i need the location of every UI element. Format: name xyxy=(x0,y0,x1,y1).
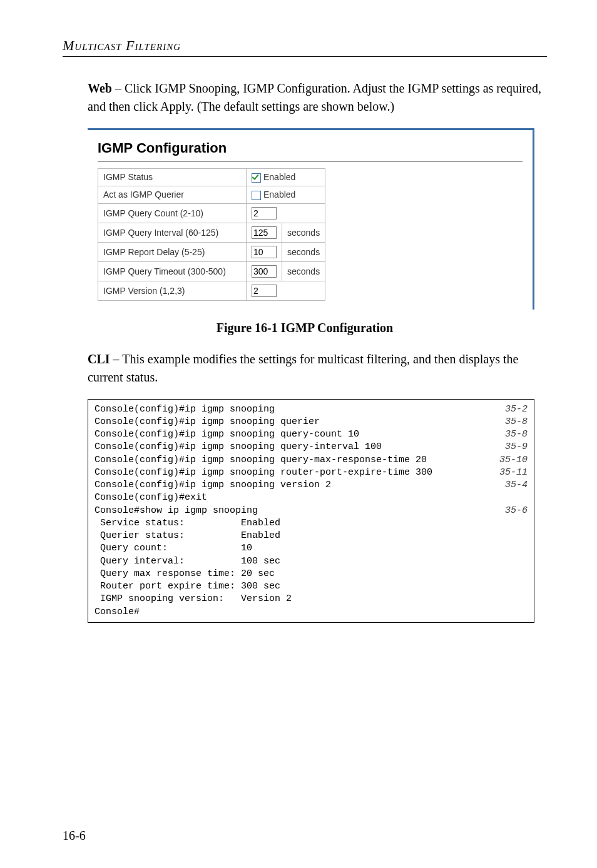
cli-intro-rest: – This example modifies the settings for… xyxy=(88,352,518,384)
intro-lead: Web xyxy=(88,81,112,95)
cli-command: IGMP snooping version: Version 2 xyxy=(94,593,292,605)
cell-query-timeout-value xyxy=(247,261,282,281)
cli-command: Console(config)#exit xyxy=(94,492,207,504)
cli-command: Console(config)#ip igmp snooping router-… xyxy=(94,467,432,479)
query-count-input[interactable] xyxy=(252,207,277,220)
cli-line: Querier status: Enabled xyxy=(94,530,528,542)
row-query-interval: IGMP Query Interval (60-125) seconds xyxy=(98,223,325,242)
cli-page-ref: 35-8 xyxy=(498,416,528,428)
act-querier-enabled-label: Enabled xyxy=(263,189,295,199)
label-act-querier: Act as IGMP Querier xyxy=(98,186,247,203)
cli-line: Console(config)#ip igmp snooping query-c… xyxy=(94,428,528,441)
cell-query-interval-value xyxy=(247,223,282,242)
cell-report-delay-unit: seconds xyxy=(282,242,325,261)
cli-line: Console(config)#ip igmp snooping35-2 xyxy=(94,403,528,416)
cli-command: Console(config)#ip igmp snooping query-m… xyxy=(94,454,427,467)
cli-intro-paragraph: CLI – This example modifies the settings… xyxy=(88,350,547,386)
page-number: 16-6 xyxy=(63,829,86,843)
cli-line: Console(config)#ip igmp snooping query-i… xyxy=(94,441,528,453)
cli-line: Console#show ip igmp snooping35-6 xyxy=(94,505,528,517)
version-input[interactable] xyxy=(252,285,277,297)
cli-command: Console(config)#ip igmp snooping query-i… xyxy=(94,441,382,453)
cli-command: Console# xyxy=(94,606,140,618)
label-version: IGMP Version (1,2,3) xyxy=(98,281,247,300)
cell-igmp-status-value: Enabled xyxy=(247,169,325,186)
igmp-config-table: IGMP Status Enabled Act as IGMP Querier … xyxy=(98,168,325,301)
cli-line: Console# xyxy=(94,606,528,618)
cli-command: Router port expire time: 300 sec xyxy=(94,580,280,593)
cli-command: Console(config)#ip igmp snooping xyxy=(94,403,275,416)
cli-line: Console(config)#exit xyxy=(94,492,528,504)
label-query-timeout: IGMP Query Timeout (300-500) xyxy=(98,261,247,281)
running-head: Multicast Filtering xyxy=(63,38,547,54)
row-act-querier: Act as IGMP Querier Enabled xyxy=(98,186,325,203)
cli-line: Console(config)#ip igmp snooping querier… xyxy=(94,416,528,428)
cell-query-count-value xyxy=(247,203,325,223)
panel-title: IGMP Configuration xyxy=(98,140,523,156)
cli-line: IGMP snooping version: Version 2 xyxy=(94,593,528,605)
igmp-config-panel: IGMP Configuration IGMP Status Enabled A… xyxy=(88,128,534,310)
label-query-count: IGMP Query Count (2-10) xyxy=(98,203,247,223)
label-igmp-status: IGMP Status xyxy=(98,169,247,186)
cli-command: Querier status: Enabled xyxy=(94,530,280,542)
cell-query-timeout-unit: seconds xyxy=(282,261,325,281)
row-query-count: IGMP Query Count (2-10) xyxy=(98,203,325,223)
query-interval-input[interactable] xyxy=(252,226,277,239)
label-query-interval: IGMP Query Interval (60-125) xyxy=(98,223,247,242)
cli-output-box: Console(config)#ip igmp snooping35-2Cons… xyxy=(88,399,534,623)
row-version: IGMP Version (1,2,3) xyxy=(98,281,325,300)
panel-rule xyxy=(98,161,523,162)
cli-page-ref: 35-10 xyxy=(492,454,528,467)
cli-line: Service status: Enabled xyxy=(94,517,528,530)
cli-intro-lead: CLI xyxy=(88,352,110,366)
cli-line: Query interval: 100 sec xyxy=(94,555,528,568)
cell-act-querier-value: Enabled xyxy=(247,186,325,203)
row-igmp-status: IGMP Status Enabled xyxy=(98,169,325,186)
intro-paragraph: Web – Click IGMP Snooping, IGMP Configur… xyxy=(88,79,547,116)
cli-page-ref: 35-8 xyxy=(498,428,528,441)
act-querier-checkbox[interactable] xyxy=(252,191,261,200)
cli-command: Query max response time: 20 sec xyxy=(94,568,275,580)
row-query-timeout: IGMP Query Timeout (300-500) seconds xyxy=(98,261,325,281)
figure-caption: Figure 16-1 IGMP Configuration xyxy=(63,321,547,335)
cli-line: Console(config)#ip igmp snooping router-… xyxy=(94,467,528,479)
cell-version-value xyxy=(247,281,325,300)
cli-line: Console(config)#ip igmp snooping query-m… xyxy=(94,454,528,467)
cli-page-ref: 35-2 xyxy=(498,403,528,416)
cli-page-ref: 35-11 xyxy=(492,467,528,479)
cli-line: Router port expire time: 300 sec xyxy=(94,580,528,593)
cli-line: Console(config)#ip igmp snooping version… xyxy=(94,479,528,492)
cli-line: Query count: 10 xyxy=(94,542,528,555)
query-timeout-input[interactable] xyxy=(252,265,277,278)
report-delay-input[interactable] xyxy=(252,246,277,258)
header-rule xyxy=(63,56,547,57)
intro-rest: – Click IGMP Snooping, IGMP Configuratio… xyxy=(88,81,541,113)
cli-page-ref: 35-6 xyxy=(498,505,528,517)
cell-report-delay-value xyxy=(247,242,282,261)
cli-command: Console(config)#ip igmp snooping querier xyxy=(94,416,320,428)
igmp-status-checkbox[interactable] xyxy=(252,173,261,183)
row-report-delay: IGMP Report Delay (5-25) seconds xyxy=(98,242,325,261)
cli-page-ref: 35-4 xyxy=(498,479,528,492)
cli-line: Query max response time: 20 sec xyxy=(94,568,528,580)
cli-command: Query count: 10 xyxy=(94,542,252,555)
cli-command: Console(config)#ip igmp snooping query-c… xyxy=(94,428,359,441)
cell-query-interval-unit: seconds xyxy=(282,223,325,242)
label-report-delay: IGMP Report Delay (5-25) xyxy=(98,242,247,261)
igmp-status-enabled-label: Enabled xyxy=(263,172,295,182)
cli-page-ref: 35-9 xyxy=(498,441,528,453)
cli-command: Console(config)#ip igmp snooping version… xyxy=(94,479,331,492)
cli-command: Query interval: 100 sec xyxy=(94,555,280,568)
cli-command: Console#show ip igmp snooping xyxy=(94,505,258,517)
cli-command: Service status: Enabled xyxy=(94,517,280,530)
